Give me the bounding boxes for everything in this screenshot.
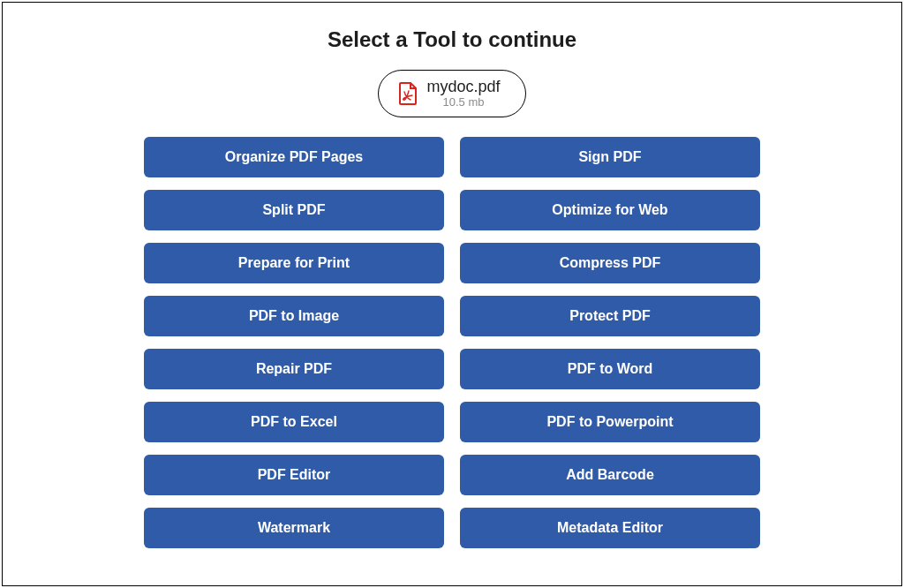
tool-label: Organize PDF Pages xyxy=(225,149,364,165)
tool-label: Prepare for Print xyxy=(238,255,350,271)
protect-pdf-button[interactable]: Protect PDF xyxy=(460,296,760,336)
compress-pdf-button[interactable]: Compress PDF xyxy=(460,243,760,283)
metadata-editor-button[interactable]: Metadata Editor xyxy=(460,508,760,548)
tool-label: Repair PDF xyxy=(256,361,332,377)
split-pdf-button[interactable]: Split PDF xyxy=(144,190,444,230)
tool-label: Sign PDF xyxy=(578,149,641,165)
tool-selection-panel: Select a Tool to continue mydoc.pdf 10.5… xyxy=(2,2,902,586)
optimize-for-web-button[interactable]: Optimize for Web xyxy=(460,190,760,230)
tool-label: Watermark xyxy=(258,520,330,536)
file-chip[interactable]: mydoc.pdf 10.5 mb xyxy=(378,70,525,117)
page-title: Select a Tool to continue xyxy=(328,27,576,52)
tool-label: Split PDF xyxy=(262,202,325,218)
sign-pdf-button[interactable]: Sign PDF xyxy=(460,137,760,177)
tool-label: Metadata Editor xyxy=(557,520,663,536)
tool-label: PDF to Excel xyxy=(251,414,337,430)
tool-label: PDF to Powerpoint xyxy=(546,414,673,430)
watermark-button[interactable]: Watermark xyxy=(144,508,444,548)
repair-pdf-button[interactable]: Repair PDF xyxy=(144,349,444,389)
tool-label: PDF to Image xyxy=(249,308,339,324)
pdf-to-powerpoint-button[interactable]: PDF to Powerpoint xyxy=(460,402,760,442)
tool-label: Add Barcode xyxy=(566,467,654,483)
tool-label: Optimize for Web xyxy=(552,202,667,218)
pdf-to-word-button[interactable]: PDF to Word xyxy=(460,349,760,389)
prepare-for-print-button[interactable]: Prepare for Print xyxy=(144,243,444,283)
pdf-to-image-button[interactable]: PDF to Image xyxy=(144,296,444,336)
tools-grid: Organize PDF Pages Sign PDF Split PDF Op… xyxy=(144,137,760,548)
tool-label: PDF to Word xyxy=(568,361,653,377)
organize-pdf-pages-button[interactable]: Organize PDF Pages xyxy=(144,137,444,177)
tool-label: Protect PDF xyxy=(569,308,651,324)
pdf-to-excel-button[interactable]: PDF to Excel xyxy=(144,402,444,442)
tool-label: Compress PDF xyxy=(560,255,661,271)
add-barcode-button[interactable]: Add Barcode xyxy=(460,455,760,495)
file-name: mydoc.pdf xyxy=(426,78,500,96)
file-size: 10.5 mb xyxy=(443,96,485,109)
tool-label: PDF Editor xyxy=(258,467,331,483)
file-info: mydoc.pdf 10.5 mb xyxy=(426,78,500,109)
pdf-file-icon xyxy=(398,82,418,105)
pdf-editor-button[interactable]: PDF Editor xyxy=(144,455,444,495)
